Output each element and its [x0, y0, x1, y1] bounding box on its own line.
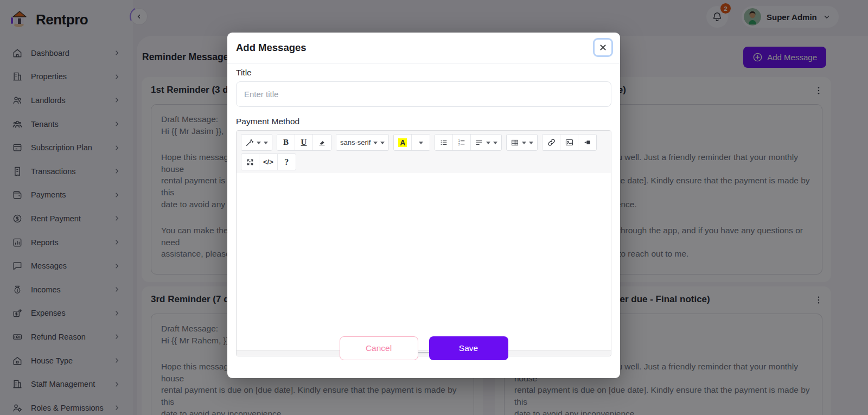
fullscreen-icon [246, 158, 254, 167]
modal-title: Add Messages [236, 42, 307, 54]
color-dropdown-button[interactable] [412, 135, 430, 150]
underline-icon: U [301, 138, 307, 147]
picture-icon [565, 138, 574, 147]
svg-text:1: 1 [458, 139, 460, 142]
modal-actions: Cancel Save [227, 336, 620, 360]
chevron-down-icon [264, 142, 268, 146]
chevron-down-icon [522, 142, 526, 146]
bold-button[interactable]: B [277, 135, 295, 150]
font-name-label: sans-serif [340, 138, 371, 146]
unordered-list-button[interactable] [435, 135, 453, 150]
help-button[interactable]: ? [278, 154, 296, 170]
help-icon: ? [284, 157, 289, 167]
code-view-button[interactable]: </> [259, 154, 278, 170]
chevron-down-icon [419, 142, 423, 146]
video-icon [583, 138, 592, 147]
table-dropdown[interactable] [507, 135, 537, 150]
insert-video-button[interactable] [578, 135, 596, 150]
bold-icon: B [283, 138, 289, 147]
fullscreen-button[interactable] [241, 154, 259, 170]
rich-text-editor: B U sans-serif A 12 [236, 130, 611, 356]
chevron-down-icon [486, 142, 490, 146]
magic-style-icon [245, 138, 254, 147]
payment-method-label: Payment Method [236, 117, 299, 126]
editor-content-area[interactable] [237, 173, 611, 350]
unordered-list-icon [439, 138, 448, 147]
svg-text:2: 2 [458, 143, 460, 146]
chevron-down-icon [380, 142, 385, 146]
paragraph-align-dropdown[interactable] [471, 135, 501, 150]
close-icon [598, 43, 608, 52]
style-dropdown-button[interactable] [241, 135, 272, 150]
cancel-button[interactable]: Cancel [340, 336, 418, 360]
link-icon [547, 138, 556, 147]
eraser-icon [318, 138, 326, 146]
chevron-down-icon [257, 142, 261, 146]
paragraph-align-icon [475, 138, 483, 147]
underline-button[interactable]: U [295, 135, 313, 150]
clear-format-button[interactable] [313, 135, 331, 150]
title-input[interactable] [236, 81, 611, 107]
insert-picture-button[interactable] [560, 135, 578, 150]
font-family-dropdown[interactable]: sans-serif [336, 135, 388, 150]
modal-close-button[interactable] [593, 38, 613, 57]
add-messages-modal: Add Messages Title Payment Method B U [227, 33, 620, 378]
table-icon [510, 138, 519, 147]
title-field-label: Title [236, 68, 252, 78]
code-view-icon: </> [263, 158, 273, 166]
save-button[interactable]: Save [429, 336, 508, 360]
chevron-down-icon [493, 142, 497, 146]
ordered-list-icon: 12 [457, 138, 466, 147]
color-icon: A [398, 138, 407, 147]
chevron-down-icon [529, 142, 533, 146]
editor-toolbar: B U sans-serif A 12 [237, 131, 611, 173]
recent-color-button[interactable]: A [394, 135, 412, 150]
chevron-down-icon [373, 142, 378, 146]
insert-link-button[interactable] [542, 135, 560, 150]
ordered-list-button[interactable]: 12 [453, 135, 471, 150]
modal-header: Add Messages [227, 33, 620, 63]
